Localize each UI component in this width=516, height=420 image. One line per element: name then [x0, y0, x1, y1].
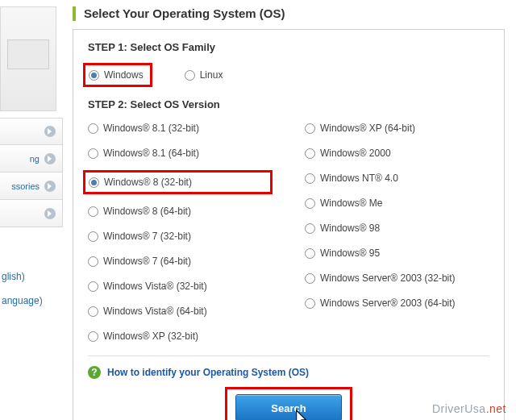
- radio-label: Windows® 8.1 (64-bit): [103, 147, 199, 160]
- watermark-suffix: .net: [486, 402, 506, 415]
- radio-label: Windows Vista® (64-bit): [103, 305, 207, 318]
- product-image: [0, 6, 56, 111]
- radio-icon: [305, 148, 315, 159]
- sidebar-item-label: ng: [30, 154, 40, 164]
- radio-label: Windows® 2000: [320, 147, 391, 160]
- os-version-option[interactable]: Windows® 8.1 (32-bit): [88, 120, 273, 136]
- radio-icon: [89, 70, 99, 81]
- radio-icon: [305, 248, 315, 259]
- os-family-windows[interactable]: Windows: [83, 63, 152, 87]
- os-version-option[interactable]: Windows® 8.1 (64-bit): [88, 145, 273, 161]
- os-version-option[interactable]: Windows Vista® (64-bit): [88, 303, 273, 319]
- radio-label: Linux: [200, 69, 223, 81]
- os-version-option[interactable]: Windows® 7 (64-bit): [88, 253, 273, 269]
- os-family-linux[interactable]: Linux: [185, 63, 223, 87]
- radio-label: Windows® 7 (32-bit): [103, 230, 191, 243]
- radio-icon: [88, 206, 98, 217]
- radio-icon: [88, 306, 98, 317]
- chevron-right-icon: [44, 126, 56, 137]
- radio-icon: [305, 198, 315, 209]
- radio-icon: [305, 223, 315, 234]
- radio-icon: [88, 281, 98, 292]
- watermark-text: DriverUsa: [432, 402, 486, 415]
- main-content: Select Your Operating System (OS) STEP 1…: [63, 0, 516, 420]
- radio-icon: [305, 123, 315, 134]
- radio-label: Windows Vista® (32-bit): [103, 280, 207, 293]
- sidebar-item[interactable]: ng: [0, 145, 63, 173]
- search-button[interactable]: Search: [235, 394, 342, 420]
- os-version-option[interactable]: Windows Server® 2003 (32-bit): [305, 270, 489, 286]
- chevron-right-icon: [44, 153, 56, 164]
- os-version-option[interactable]: Windows Server® 2003 (64-bit): [305, 295, 489, 311]
- help-link-row[interactable]: ? How to identify your Operating System …: [88, 356, 489, 379]
- os-version-option[interactable]: Windows® 7 (32-bit): [88, 228, 273, 244]
- os-version-option[interactable]: Windows® XP (32-bit): [88, 328, 273, 344]
- search-highlight: Search: [225, 387, 352, 420]
- step1-title: STEP 1: Select OS Family: [88, 41, 489, 53]
- radio-label: Windows® 95: [320, 247, 380, 260]
- radio-label: Windows Server® 2003 (32-bit): [320, 272, 456, 285]
- os-select-panel: STEP 1: Select OS Family Windows Linux S…: [73, 29, 505, 420]
- sidebar-link[interactable]: glish): [0, 264, 63, 289]
- radio-icon: [88, 148, 98, 159]
- radio-icon: [305, 273, 315, 284]
- os-version-col-right: Windows® XP (64-bit) Windows® 2000 Windo…: [305, 120, 489, 344]
- os-version-option[interactable]: Windows® 8 (64-bit): [88, 203, 273, 219]
- radio-icon: [88, 331, 98, 342]
- sidebar-item-label: ssories: [11, 181, 40, 191]
- radio-icon: [89, 177, 99, 188]
- sidebar-item[interactable]: ssories: [0, 173, 63, 200]
- os-version-option[interactable]: Windows® XP (64-bit): [305, 120, 489, 136]
- os-version-option[interactable]: Windows Vista® (32-bit): [88, 278, 273, 294]
- os-family-group: Windows Linux: [88, 63, 489, 87]
- radio-label: Windows® 8 (64-bit): [103, 205, 191, 218]
- left-sidebar: ng ssories glish) anguage): [0, 0, 63, 420]
- sidebar-link[interactable]: anguage): [0, 289, 63, 313]
- chevron-right-icon: [44, 208, 56, 219]
- radio-label: Windows Server® 2003 (64-bit): [320, 297, 456, 310]
- sidebar-link-label: glish): [2, 271, 25, 282]
- page-title: Select Your Operating System (OS): [73, 6, 505, 21]
- sidebar-link-label: anguage): [2, 295, 43, 306]
- os-version-option[interactable]: Windows NT® 4.0: [305, 170, 489, 186]
- radio-label: Windows® XP (64-bit): [320, 122, 415, 135]
- radio-label: Windows® Me: [320, 197, 383, 210]
- radio-icon: [88, 256, 98, 267]
- radio-label: Windows® 98: [320, 222, 380, 235]
- watermark: DriverUsa.net: [432, 402, 506, 415]
- os-version-option[interactable]: Windows® 98: [305, 220, 489, 236]
- radio-icon: [88, 123, 98, 134]
- radio-label: Windows® 8.1 (32-bit): [103, 122, 199, 135]
- help-link-text: How to identify your Operating System (O…: [107, 367, 309, 378]
- radio-icon: [185, 70, 195, 81]
- search-button-label: Search: [271, 402, 306, 414]
- radio-label: Windows® 8 (32-bit): [104, 176, 192, 189]
- radio-icon: [305, 298, 315, 309]
- os-version-option-selected[interactable]: Windows® 8 (32-bit): [83, 170, 273, 194]
- chevron-right-icon: [44, 181, 56, 192]
- sidebar-item[interactable]: [0, 118, 63, 145]
- os-version-col-left: Windows® 8.1 (32-bit) Windows® 8.1 (64-b…: [88, 120, 273, 344]
- radio-label: Windows® XP (32-bit): [103, 330, 198, 343]
- radio-icon: [88, 231, 98, 242]
- sidebar-item[interactable]: [0, 200, 63, 227]
- os-version-option[interactable]: Windows® 2000: [305, 145, 489, 161]
- os-version-option[interactable]: Windows® Me: [305, 195, 489, 211]
- help-icon: ?: [88, 366, 101, 379]
- step2-title: STEP 2: Select OS Version: [88, 98, 489, 110]
- radio-label: Windows: [104, 69, 144, 81]
- radio-label: Windows® 7 (64-bit): [103, 255, 191, 268]
- radio-label: Windows NT® 4.0: [320, 172, 398, 185]
- os-version-option[interactable]: Windows® 95: [305, 245, 489, 261]
- os-version-group: Windows® 8.1 (32-bit) Windows® 8.1 (64-b…: [88, 120, 489, 344]
- radio-icon: [305, 173, 315, 184]
